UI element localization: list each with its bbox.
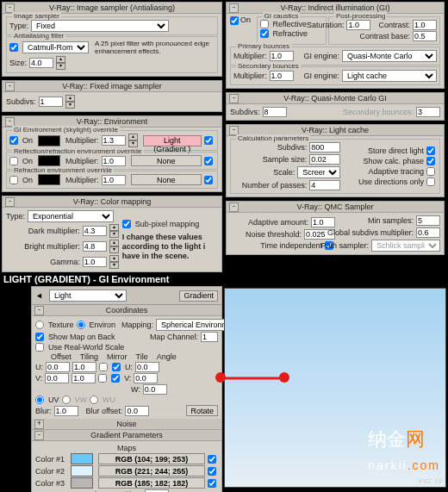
- rollout-header[interactable]: -V-Ray:: Color mapping: [3, 196, 221, 208]
- aa-filter-select[interactable]: Catmull-Rom: [22, 41, 89, 53]
- v-ang-spinner[interactable]: [134, 373, 158, 383]
- gi-on-checkbox[interactable]: [9, 136, 18, 145]
- rollout-header[interactable]: -V-Ray:: QMC Sampler: [227, 202, 444, 213]
- refl-map-button[interactable]: None: [131, 155, 202, 166]
- col-angle: Angle: [157, 352, 177, 361]
- v-off-spinner[interactable]: [45, 373, 69, 383]
- bluroff-spinner[interactable]: [125, 406, 149, 416]
- v-label: V:: [35, 374, 42, 383]
- reflective-checkbox[interactable]: [260, 20, 269, 28]
- minus-icon[interactable]: -: [229, 3, 239, 13]
- minus-icon[interactable]: -: [5, 197, 15, 207]
- v-mirror-checkbox[interactable]: [98, 374, 107, 383]
- mult-spinner[interactable]: [102, 135, 126, 146]
- dark-spinner[interactable]: [83, 226, 107, 236]
- c1-on-checkbox[interactable]: [208, 455, 216, 464]
- mult-label: Multiplier:: [65, 136, 99, 145]
- c2-swatch[interactable]: [71, 465, 93, 476]
- spinner-buttons[interactable]: ▴▾: [128, 134, 138, 147]
- c3-swatch[interactable]: [71, 477, 93, 489]
- plus-icon[interactable]: +: [34, 420, 44, 429]
- adaptive-checkbox[interactable]: [426, 167, 435, 176]
- c2-map-button[interactable]: RGB (221; 244; 255): [98, 465, 205, 476]
- sat-spinner[interactable]: [346, 20, 370, 30]
- minus-icon[interactable]: -: [34, 431, 44, 440]
- gamma-spinner[interactable]: [83, 257, 107, 267]
- subdivs-spinner[interactable]: [39, 97, 63, 107]
- color-swatch[interactable]: [38, 155, 60, 166]
- group-label: Image sampler: [12, 12, 61, 20]
- mapch-spinner: [201, 332, 218, 342]
- rollout-header[interactable]: -V-Ray:: Quasi-Monte Carlo GI: [227, 93, 444, 104]
- wu-label: WU: [103, 395, 115, 404]
- left-arrow-icon[interactable]: ◄: [35, 291, 43, 300]
- rollout-header[interactable]: +Noise: [32, 419, 221, 430]
- aa-on-checkbox[interactable]: [9, 43, 18, 52]
- spinner-buttons[interactable]: ▴▾: [56, 56, 65, 70]
- cmap-type-select[interactable]: Exponential: [28, 210, 114, 222]
- c2-on-checkbox[interactable]: [208, 467, 216, 476]
- minus-icon[interactable]: -: [229, 94, 239, 103]
- c1-map-button[interactable]: RGB (104; 199; 253): [98, 453, 205, 464]
- u-off-spinner[interactable]: [46, 362, 70, 372]
- u-ang-spinner[interactable]: [135, 362, 159, 372]
- pmult-spinner[interactable]: [270, 51, 294, 61]
- glob-spinner[interactable]: [416, 227, 440, 238]
- spinner-buttons[interactable]: ▴▾: [109, 240, 119, 253]
- phase-checkbox[interactable]: [426, 157, 435, 165]
- sample-spinner[interactable]: [309, 154, 340, 165]
- rollout-header[interactable]: -V-Ray:: Fixed image sampler: [3, 81, 221, 92]
- store-checkbox[interactable]: [426, 146, 435, 155]
- color-swatch[interactable]: [38, 135, 60, 146]
- type-select[interactable]: Fixed: [31, 20, 169, 32]
- u-tile-checkbox[interactable]: [112, 363, 121, 371]
- rollout-header[interactable]: -Gradient Parameters: [32, 430, 221, 441]
- map-on-checkbox[interactable]: [204, 157, 213, 165]
- c1-swatch[interactable]: [71, 453, 93, 464]
- v-til-spinner[interactable]: [72, 373, 96, 383]
- noise-title: Noise: [116, 420, 136, 428]
- smult-spinner[interactable]: [270, 71, 294, 81]
- secondary-engine-select[interactable]: Light cache: [342, 70, 437, 82]
- map-on-checkbox[interactable]: [204, 136, 213, 145]
- map-slot-select[interactable]: Light: [49, 290, 127, 302]
- c3-on-checkbox[interactable]: [208, 479, 216, 488]
- u-mirror-checkbox[interactable]: [99, 363, 108, 371]
- cbase-spinner[interactable]: [413, 31, 437, 41]
- adapt-spinner[interactable]: [311, 217, 335, 227]
- spinner-buttons[interactable]: ▴▾: [109, 224, 119, 238]
- qmc-subdivs-spinner[interactable]: [263, 107, 287, 117]
- uv-radio[interactable]: [35, 395, 44, 404]
- gi-map-button[interactable]: Light (Gradient ): [143, 135, 202, 146]
- u-til-spinner[interactable]: [72, 362, 96, 372]
- environ-radio[interactable]: [77, 321, 85, 329]
- gradient-tab[interactable]: Gradient: [179, 290, 218, 302]
- minus-icon[interactable]: -: [229, 202, 239, 212]
- v-tile-checkbox[interactable]: [111, 374, 120, 383]
- minus-icon[interactable]: -: [5, 82, 15, 91]
- scale-select[interactable]: Screen: [297, 166, 340, 178]
- spinner-buttons[interactable]: ▴▾: [65, 95, 75, 109]
- figure-label: FIG. 19: [419, 477, 442, 485]
- blur-spinner[interactable]: [54, 406, 78, 416]
- passes-spinner[interactable]: [309, 180, 340, 190]
- contrast-spinner[interactable]: [413, 20, 437, 30]
- refr-on-checkbox[interactable]: [9, 176, 18, 184]
- subpixel-checkbox[interactable]: [122, 220, 131, 228]
- minus-icon[interactable]: -: [34, 306, 44, 315]
- sec-bounces-spinner: [416, 107, 440, 117]
- refractive-checkbox[interactable]: [260, 29, 269, 38]
- rotate-button[interactable]: Rotate: [186, 405, 218, 416]
- primary-engine-select[interactable]: Quasi-Monte Carlo: [342, 50, 437, 62]
- min-spinner[interactable]: [416, 215, 440, 226]
- spinner-buttons[interactable]: ▴▾: [109, 255, 119, 269]
- size-spinner[interactable]: [29, 58, 53, 68]
- texture-radio[interactable]: [35, 321, 44, 329]
- w-ang-spinner[interactable]: [143, 384, 167, 395]
- lc-subdivs-spinner[interactable]: [309, 142, 340, 153]
- gi-on-checkbox[interactable]: [230, 16, 239, 25]
- bright-spinner[interactable]: [83, 241, 107, 252]
- refl-on-checkbox[interactable]: [9, 157, 18, 165]
- c3-map-button[interactable]: RGB (185; 182; 182): [98, 477, 205, 489]
- rollout-header[interactable]: -Coordinates: [32, 305, 221, 316]
